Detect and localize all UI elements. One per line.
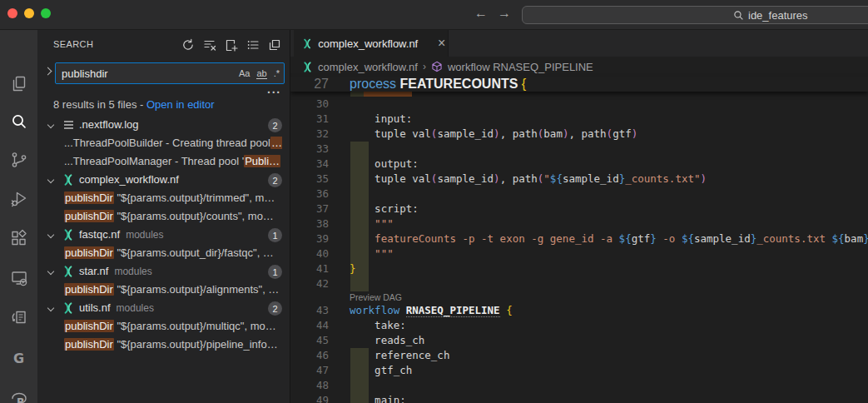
whole-word-icon[interactable]: ab xyxy=(256,68,266,79)
chevron-down-icon[interactable] xyxy=(47,305,54,311)
gitlens-icon[interactable]: G xyxy=(0,342,37,374)
search-input[interactable] xyxy=(56,63,214,83)
search-icon xyxy=(733,10,744,21)
code-line[interactable]: 40 """ xyxy=(290,246,868,261)
toggle-replace-chevron-icon[interactable] xyxy=(44,67,52,76)
close-window-button[interactable] xyxy=(7,8,17,18)
search-match-row[interactable]: ...ThreadPoolBuilder - Creating thread p… xyxy=(37,134,290,152)
search-match-row[interactable]: publishDir "${params.output}/counts", mo… xyxy=(37,207,290,226)
match-count-badge: 1 xyxy=(268,265,282,279)
clear-results-icon[interactable] xyxy=(201,36,218,53)
code-line[interactable]: 34 output: xyxy=(290,157,868,172)
search-sidebar: SEARCH Aa ab .* ··· 8 results in 5 files… xyxy=(37,30,290,403)
toggle-search-details-icon[interactable]: ··· xyxy=(267,86,281,99)
nextflow-file-icon xyxy=(62,173,75,187)
tab-label: complex_workflow.nf xyxy=(318,37,418,50)
minimize-window-button[interactable] xyxy=(24,8,34,18)
tab-close-icon[interactable]: × xyxy=(435,37,448,50)
code-line[interactable]: 43workflow RNASEQ_PIPELINE { xyxy=(290,303,868,318)
run-debug-icon[interactable] xyxy=(0,183,37,215)
code-line[interactable]: 30 xyxy=(290,97,868,112)
search-match-row[interactable]: publishDir "${params.output_dir}/fastqc"… xyxy=(37,244,290,262)
code-line[interactable]: 48 xyxy=(290,378,868,393)
line-number: 43 xyxy=(290,303,329,318)
search-icon[interactable] xyxy=(0,106,37,137)
file-name: fastqc.nfmodules xyxy=(79,228,164,241)
open-in-editor-link[interactable]: Open in editor xyxy=(146,98,215,111)
code-line[interactable]: 35 tuple val(sample_id), path("${sample_… xyxy=(290,172,868,187)
sticky-line-number: 27 xyxy=(290,77,329,91)
line-number: 47 xyxy=(290,363,329,378)
activity-bar: GR xyxy=(0,30,37,403)
command-center-search-box[interactable]: ide_features xyxy=(522,6,868,24)
code-line[interactable]: 39 featureCounts -p -t exon -g gene_id -… xyxy=(290,231,868,246)
breadcrumb-file[interactable]: complex_workflow.nf xyxy=(318,61,418,73)
search-file-row[interactable]: .nextflow.log2 xyxy=(37,116,290,134)
code-line[interactable]: 42 xyxy=(290,276,868,291)
search-file-row[interactable]: utils.nfmodules2 xyxy=(37,299,290,317)
nav-forward-icon[interactable]: → xyxy=(495,6,513,21)
code-line[interactable]: 44 take: xyxy=(290,318,868,333)
nextflow-file-icon xyxy=(62,301,75,315)
open-in-editor-group-icon[interactable] xyxy=(265,36,283,53)
search-match-row[interactable]: publishDir "${params.output}/alignments"… xyxy=(37,281,290,299)
match-text: ...ThreadPoolManager - Thread pool 'Publ… xyxy=(64,155,280,167)
chevron-down-icon[interactable] xyxy=(47,268,54,275)
extensions-icon[interactable] xyxy=(0,222,37,254)
remote-explorer-icon[interactable] xyxy=(0,262,37,294)
code-line[interactable]: 37 script: xyxy=(290,202,868,216)
code-line[interactable]: 31 input: xyxy=(290,112,868,127)
chevron-down-icon[interactable] xyxy=(47,122,54,128)
codelens-preview-dag[interactable]: Preview DAG xyxy=(350,291,402,303)
line-code: take: xyxy=(350,318,406,333)
line-number: 40 xyxy=(290,246,329,261)
view-as-list-icon[interactable] xyxy=(244,36,261,53)
code-line[interactable]: 36 xyxy=(290,187,868,202)
tab-complex-workflow[interactable]: complex_workflow.nf × xyxy=(294,30,449,57)
breadcrumb-symbol[interactable]: workflow RNASEQ_PIPELINE xyxy=(448,61,593,73)
regex-icon[interactable]: .* xyxy=(274,68,280,78)
code-editor[interactable]: 3031 input:32 tuple val(sample_id), path… xyxy=(290,97,868,403)
refresh-icon[interactable] xyxy=(179,36,196,53)
line-number: 41 xyxy=(290,261,329,276)
search-match-row[interactable]: publishDir "${params.output}/pipeline_in… xyxy=(37,336,290,354)
nextflow-file-icon xyxy=(62,228,75,241)
search-match-row[interactable]: ...ThreadPoolManager - Thread pool 'Publ… xyxy=(37,152,290,171)
log-file-icon xyxy=(62,118,75,132)
line-number: 30 xyxy=(290,97,329,112)
search-match-row[interactable]: publishDir "${params.output}/multiqc", m… xyxy=(37,317,290,336)
line-code: """ xyxy=(350,216,394,231)
sticky-line-code: process FEATURECOUNTS { xyxy=(350,77,526,91)
explorer-icon[interactable] xyxy=(0,68,37,100)
code-line[interactable]: 47 gtf_ch xyxy=(290,363,868,378)
code-line[interactable]: 46 reference_ch xyxy=(290,348,868,363)
line-code: workflow RNASEQ_PIPELINE { xyxy=(350,303,513,318)
search-file-row[interactable]: star.nfmodules1 xyxy=(37,262,290,281)
line-number: 39 xyxy=(290,231,329,246)
code-line[interactable]: 33 xyxy=(290,142,868,157)
match-case-icon[interactable]: Aa xyxy=(239,68,250,78)
titlebar: ← → ide_features xyxy=(0,0,868,30)
nav-back-icon[interactable]: ← xyxy=(472,6,490,21)
maximize-window-button[interactable] xyxy=(41,8,51,18)
line-number: 49 xyxy=(290,393,329,403)
code-line[interactable]: 38 """ xyxy=(290,216,868,231)
search-file-row[interactable]: fastqc.nfmodules1 xyxy=(37,226,290,244)
code-line[interactable]: 45 reads_ch xyxy=(290,333,868,348)
search-panel-header: SEARCH xyxy=(37,35,290,55)
sticky-scroll-line[interactable]: 27 process FEATURECOUNTS { xyxy=(290,77,868,92)
search-match-row[interactable]: publishDir "${params.output}/trimmed", m… xyxy=(37,189,290,207)
nextflow-file-icon xyxy=(302,37,312,50)
r-language-icon[interactable]: R xyxy=(0,384,37,403)
task-runner-icon[interactable] xyxy=(0,302,37,334)
search-file-row[interactable]: complex_workflow.nf2 xyxy=(37,171,290,189)
code-line[interactable]: 32 tuple val(sample_id), path(bam), path… xyxy=(290,127,868,142)
code-line[interactable]: 49 main: xyxy=(290,393,868,403)
chevron-down-icon[interactable] xyxy=(47,231,54,238)
chevron-down-icon[interactable] xyxy=(47,177,54,183)
code-line[interactable]: 41} xyxy=(290,261,868,276)
line-code: input: xyxy=(350,112,412,127)
new-search-editor-icon[interactable] xyxy=(222,36,240,53)
file-dir-label: modules xyxy=(114,266,151,277)
source-control-icon[interactable] xyxy=(0,144,37,176)
